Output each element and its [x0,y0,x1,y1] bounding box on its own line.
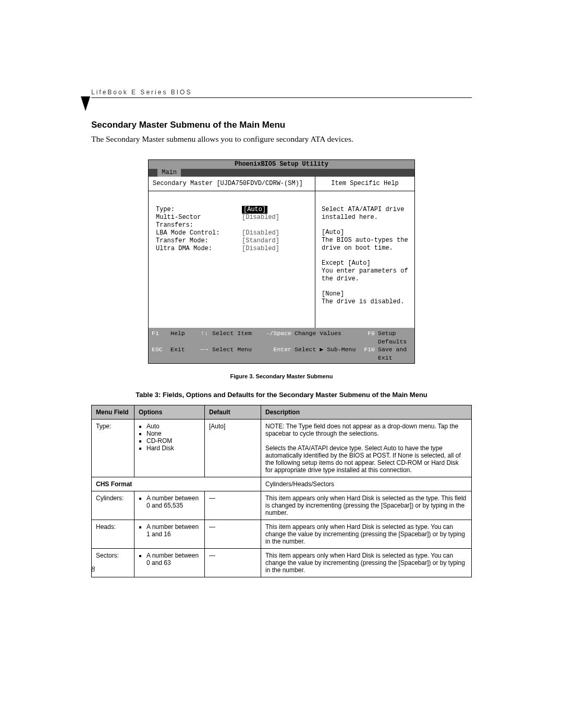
table-cell-description: NOTE: The Type field does not appear as … [261,419,472,477]
table-row: Sectors:A number between 0 and 63—This i… [92,549,472,577]
bios-field-label: Multi-Sector Transfers: [156,214,242,229]
bios-footer: F1Help↑↓Select Item-/SpaceChange ValuesF… [149,328,414,363]
table-row: Type:AutoNoneCD-ROMHard Disk[Auto]NOTE: … [92,419,472,477]
bios-field-value: [Disabled] [242,245,279,253]
bios-field-row[interactable]: Type:[Auto] [156,206,308,214]
bios-field-row[interactable]: Multi-Sector Transfers:[Disabled] [156,214,308,229]
table-cell-field: Heads: [92,520,134,549]
table-header-row: Menu FieldOptionsDefaultDescription [92,405,472,419]
table-header-cell: Options [134,405,205,419]
table-cell-options: A number between 0 and 63 [134,549,205,577]
option-item: A number between 1 and 16 [146,523,200,538]
bios-field-label: Ultra DMA Mode: [156,245,242,253]
option-item: A number between 0 and 63 [146,552,200,566]
bios-screenshot: PhoenixBIOS Setup Utility Main Secondary… [148,159,415,364]
bios-menubar: Main [149,169,414,177]
table-cell-field: Sectors: [92,549,134,577]
page-number: 8 [91,565,95,574]
bios-field-value: [Standard] [242,237,279,245]
table-row: CHS FormatCylinders/Heads/Sectors [92,477,472,491]
table-caption: Table 3: Fields, Options and Defaults fo… [91,391,472,399]
table-cell-default: — [205,520,261,549]
table-cell-options: A number between 0 and 65,535 [134,491,205,520]
figure-caption: Figure 3. Secondary Master Submenu [91,373,472,379]
option-item: A number between 0 and 65,535 [146,495,200,509]
bios-help-heading: Item Specific Help [315,177,414,191]
bios-help-block: [Auto] The BIOS auto-types the drive on … [322,229,408,252]
options-table: Menu FieldOptionsDefaultDescription Type… [91,405,472,577]
bios-tab-main[interactable]: Main [157,169,181,177]
bios-help-block: [None] The drive is disabled. [322,290,408,306]
table-cell-description: This item appears only when Hard Disk is… [261,520,472,549]
header-arrow-icon [81,96,90,111]
bios-help-text: Select ATA/ATAPI drive installed here.[A… [315,191,414,328]
option-item: Hard Disk [146,445,200,452]
bios-field-label: Type: [156,206,242,214]
bios-field-row[interactable]: LBA Mode Control:[Disabled] [156,229,308,237]
table-cell-default: — [205,549,261,577]
table-header-cell: Description [261,405,472,419]
option-item: CD-ROM [146,437,200,445]
table-header-cell: Default [205,405,261,419]
bios-left-heading: Secondary Master [UJDA750FDVD/CDRW-(SM)] [149,177,315,191]
table-header-cell: Menu Field [92,405,134,419]
section-heading: Secondary Master Submenu of the Main Men… [91,120,472,130]
bios-field-row[interactable]: Ultra DMA Mode:[Disabled] [156,245,308,253]
bios-footer-line: F1Help↑↓Select Item-/SpaceChange ValuesF… [152,329,411,346]
bios-footer-line: ESCExit←→Select MenuEnterSelect ▶ Sub-Me… [152,346,411,362]
table-cell-options: A number between 1 and 16 [134,520,205,549]
option-item: Auto [146,423,200,430]
table-cell-field: Type: [92,419,134,477]
bios-title: PhoenixBIOS Setup Utility [149,160,414,169]
table-cell-description: This item appears only when Hard Disk is… [261,491,472,520]
table-cell-default: [Auto] [205,419,261,477]
bios-field-value: [Disabled] [242,214,279,229]
bios-help-block: Select ATA/ATAPI drive installed here. [322,206,408,221]
bios-field-label: LBA Mode Control: [156,229,242,237]
intro-paragraph: The Secondary Master submenu allows you … [91,134,472,144]
bios-field-value: [Disabled] [242,229,279,237]
table-cell-description: This item appears only when Hard Disk is… [261,549,472,577]
bios-help-block: Except [Auto] You enter parameters of th… [322,260,408,283]
bios-field-label: Transfer Mode: [156,237,242,245]
table-cell-default: — [205,491,261,520]
table-row: Heads:A number between 1 and 16—This ite… [92,520,472,549]
table-cell-description: Cylinders/Heads/Sectors [261,477,472,491]
table-cell-field: Cylinders: [92,491,134,520]
table-row: Cylinders:A number between 0 and 65,535—… [92,491,472,520]
running-header: LifeBook E Series BIOS [91,89,472,98]
bios-field-value: [Auto] [242,206,267,214]
option-item: None [146,430,200,437]
bios-field-row[interactable]: Transfer Mode:[Standard] [156,237,308,245]
table-cell-options: AutoNoneCD-ROMHard Disk [134,419,205,477]
table-subheader: CHS Format [92,477,261,491]
bios-field-list: Type:[Auto]Multi-Sector Transfers:[Disab… [149,191,315,306]
